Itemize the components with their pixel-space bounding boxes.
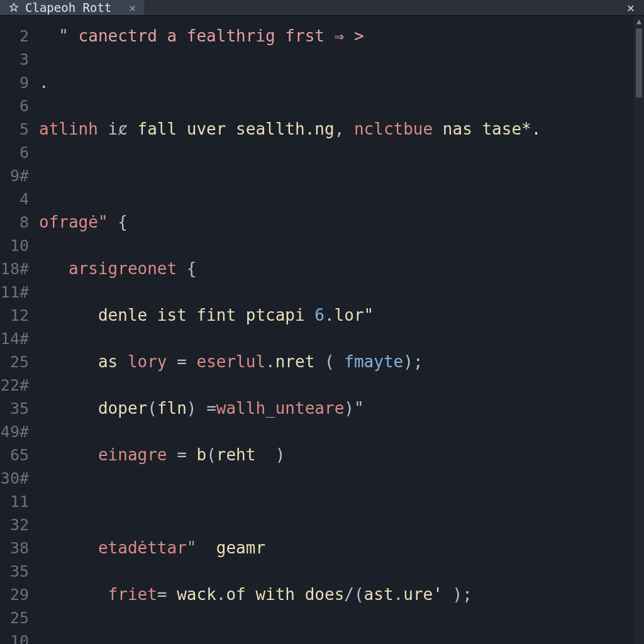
line-number: 9 — [0, 71, 35, 94]
scroll-up-arrow[interactable]: ▲ — [634, 16, 644, 27]
vertical-scrollbar[interactable]: ▲ ▼ — [634, 16, 644, 644]
tab-title: Clapeoh Rott — [25, 1, 111, 14]
line-number: 25 — [0, 350, 35, 374]
line-number: 32 — [0, 513, 35, 536]
line-number: 30# — [0, 467, 35, 490]
line-number: 10 — [0, 234, 35, 257]
editor-area: 2396569#481018#11#1214#2522#3549#6530#11… — [0, 16, 644, 644]
code-line[interactable]: friet= wack.of with does/(ast.ure' ); — [35, 583, 634, 606]
line-number: 38 — [0, 536, 35, 560]
line-number: 3 — [0, 48, 35, 71]
line-number: 29 — [0, 583, 35, 606]
code-line[interactable] — [35, 490, 634, 513]
window-close-button[interactable]: ✕ — [618, 0, 644, 15]
line-number: 4 — [0, 187, 35, 211]
code-line[interactable]: atlinh iȼ fall uver seallth.ng, nclctbue… — [35, 118, 634, 141]
line-number: 49# — [0, 420, 35, 443]
code-line[interactable]: as lory = eserlul.nret ( fmayte); — [35, 350, 634, 374]
pin-icon — [9, 3, 19, 13]
line-number-gutter: 2396569#481018#11#1214#2522#3549#6530#11… — [0, 16, 35, 644]
code-content[interactable]: " canectrd a fealthrig frst ⇒ > . atlinh… — [35, 16, 634, 644]
line-number: 25 — [0, 606, 35, 630]
scroll-thumb[interactable] — [636, 28, 642, 97]
line-number: 10 — [0, 630, 35, 644]
code-line[interactable]: einagre = b(reht ) — [35, 443, 634, 467]
line-number: 11# — [0, 280, 35, 304]
line-number: 35 — [0, 560, 35, 583]
code-line[interactable] — [35, 164, 634, 187]
line-number: 14# — [0, 327, 35, 350]
line-number: 22# — [0, 374, 35, 397]
line-number: 11 — [0, 490, 35, 513]
code-line[interactable]: " canectrd a fealthrig frst ⇒ > — [35, 25, 634, 48]
line-number: 12 — [0, 304, 35, 327]
line-number: 6 — [0, 141, 35, 164]
code-line[interactable]: . — [35, 71, 634, 94]
code-line[interactable] — [35, 630, 634, 644]
line-number: 8 — [0, 211, 35, 234]
line-number: 5 — [0, 118, 35, 141]
close-icon: ✕ — [627, 0, 635, 15]
line-number: 2 — [0, 25, 35, 48]
code-line[interactable]: doper(fln) =wallh_unteare)" — [35, 397, 634, 420]
code-line[interactable]: denle ist fint ptcapi 6.lor" — [35, 304, 634, 327]
line-number: 9# — [0, 164, 35, 187]
code-line[interactable]: arsigreonet { — [35, 257, 634, 280]
code-line[interactable]: etadėttar" geamr — [35, 536, 634, 560]
file-tab-active[interactable]: Clapeoh Rott × — [0, 0, 145, 15]
line-number: 35 — [0, 397, 35, 420]
tab-bar: Clapeoh Rott × ✕ — [0, 0, 644, 16]
line-number: 18# — [0, 257, 35, 280]
line-number: 65 — [0, 443, 35, 467]
line-number: 6 — [0, 94, 35, 118]
code-line[interactable]: ofragė" { — [35, 211, 634, 234]
tab-close-icon[interactable]: × — [129, 1, 136, 14]
